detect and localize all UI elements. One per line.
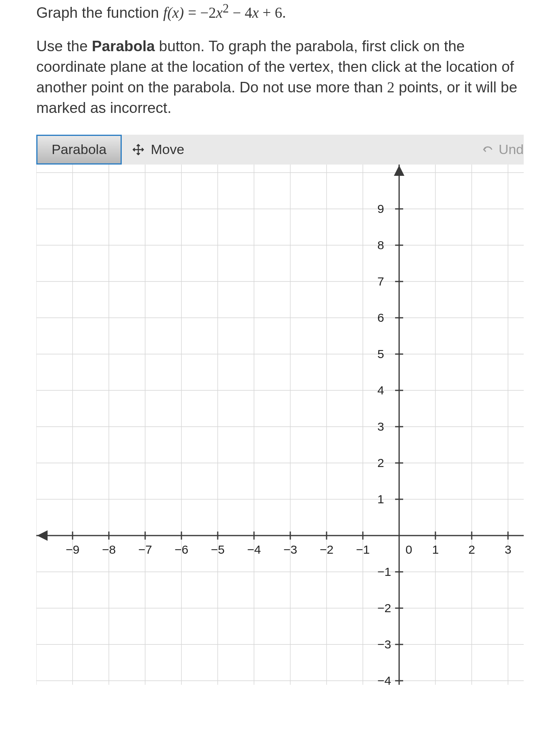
axis-tick-label: −8: [102, 543, 116, 557]
axis-tick-label: −3: [377, 638, 391, 651]
undo-icon: [482, 144, 494, 155]
axis-tick-label: 5: [377, 347, 384, 361]
axis-tick-label: −4: [247, 543, 261, 557]
axis-tick-label: −1: [377, 565, 391, 579]
axis-tick-label: 2: [377, 456, 384, 470]
svg-marker-34: [37, 530, 48, 541]
axis-tick-label: 7: [377, 275, 384, 288]
axis-tick-label: −2: [377, 601, 391, 615]
undo-button[interactable]: Und: [474, 135, 524, 165]
question-text: Graph the function f(x) = −2x2 − 4x + 6.: [36, 2, 524, 21]
axis-tick-label: 3: [377, 420, 384, 434]
axis-tick-label: −7: [138, 543, 152, 557]
graph-toolbar: Parabola Move: [36, 135, 524, 165]
move-tool-label: Move: [151, 142, 184, 157]
axis-tick-label: −3: [283, 543, 297, 557]
axis-tick-label: 8: [377, 238, 384, 252]
axis-tick-label: 3: [505, 543, 512, 557]
axis-tick-label: −4: [377, 674, 391, 685]
parabola-tool-label: Parabola: [52, 142, 106, 157]
axis-tick-label: 2: [468, 543, 475, 557]
axis-tick-label: −1: [356, 543, 370, 557]
axis-tick-label: 6: [377, 311, 384, 325]
toolbar-spacer: [195, 135, 473, 165]
svg-marker-33: [394, 165, 404, 176]
axis-tick-label: −6: [175, 543, 188, 557]
undo-label: Und: [499, 142, 524, 157]
move-icon: [132, 144, 144, 156]
axis-tick-label: 1: [377, 492, 384, 506]
axis-tick-label: −2: [320, 543, 333, 557]
axis-tick-label: 0: [406, 543, 412, 557]
grid-svg: [36, 165, 524, 685]
axis-tick-label: 4: [377, 384, 384, 397]
axis-tick-label: −9: [66, 543, 79, 557]
instructions-text: Use the Parabola button. To graph the pa…: [36, 36, 524, 118]
axis-tick-label: 9: [377, 202, 384, 216]
axis-tick-label: 1: [432, 543, 439, 557]
parabola-tool-button[interactable]: Parabola: [36, 135, 122, 165]
coordinate-plane[interactable]: −9−8−7−6−5−4−3−2−11230987654321−1−2−3−4: [36, 165, 524, 685]
move-tool-button[interactable]: Move: [122, 135, 195, 165]
axis-tick-label: −5: [211, 543, 225, 557]
